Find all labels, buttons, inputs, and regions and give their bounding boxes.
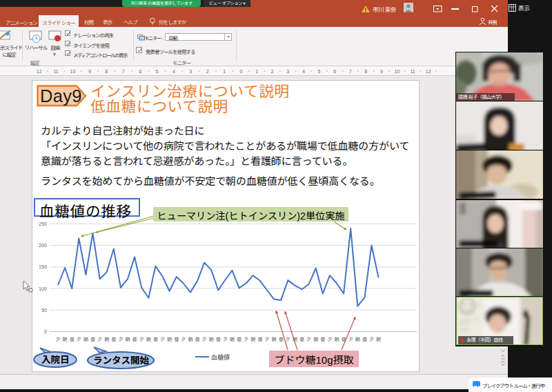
svg-text:150: 150 (39, 264, 47, 270)
svg-text:10: 10 (70, 69, 76, 74)
svg-text:入院日: 入院日 (41, 355, 70, 365)
svg-text:朝: 朝 (126, 337, 130, 342)
svg-text:朝: 朝 (272, 337, 277, 342)
svg-text:4: 4 (172, 69, 175, 74)
svg-text:夕: 夕 (160, 337, 165, 342)
svg-text:8: 8 (105, 69, 108, 74)
svg-text:11: 11 (53, 69, 58, 74)
svg-text:朝: 朝 (230, 337, 235, 342)
svg-text:3: 3 (189, 69, 192, 74)
svg-text:1: 1 (223, 69, 226, 74)
svg-text:0: 0 (240, 69, 243, 74)
svg-text:5: 5 (156, 69, 159, 74)
svg-text:6: 6 (333, 69, 336, 74)
svg-text:昼: 昼 (153, 337, 159, 342)
svg-text:5: 5 (318, 69, 321, 74)
svg-text:夕: 夕 (202, 337, 207, 342)
svg-text:昼: 昼 (320, 337, 326, 342)
svg-text:100: 100 (39, 286, 47, 292)
svg-text:朝: 朝 (83, 337, 88, 342)
svg-text:200: 200 (39, 242, 47, 248)
svg-text:朝: 朝 (335, 337, 339, 342)
svg-text:2: 2 (206, 69, 209, 74)
svg-text:50: 50 (41, 307, 47, 313)
svg-text:7: 7 (349, 69, 352, 74)
svg-text:昼: 昼 (216, 337, 221, 342)
svg-text:昼: 昼 (299, 337, 305, 342)
svg-text:3: 3 (286, 69, 289, 74)
svg-text:8: 8 (364, 69, 367, 74)
svg-text:夕: 夕 (139, 337, 144, 342)
svg-text:夕: 夕 (265, 337, 270, 342)
svg-text:昼: 昼 (90, 337, 96, 342)
svg-text:夕: 夕 (181, 337, 186, 342)
svg-text:夕: 夕 (77, 337, 81, 342)
svg-text:9: 9 (380, 69, 383, 74)
svg-text:昼: 昼 (70, 337, 75, 342)
svg-text:昼: 昼 (257, 337, 263, 342)
svg-text:夕: 夕 (286, 337, 290, 342)
svg-text:9: 9 (88, 69, 91, 74)
svg-text:4: 4 (302, 69, 305, 74)
svg-text:昼: 昼 (195, 337, 201, 342)
svg-text:0: 0 (44, 329, 47, 335)
svg-text:朝: 朝 (376, 337, 381, 342)
svg-text:朝: 朝 (313, 337, 318, 342)
svg-text:夕: 夕 (369, 337, 374, 342)
svg-text:昼: 昼 (237, 337, 242, 342)
svg-text:10: 10 (395, 69, 400, 74)
svg-text:朝: 朝 (209, 337, 214, 342)
svg-text:12: 12 (37, 69, 42, 74)
svg-text:昼: 昼 (362, 337, 368, 342)
svg-text:昼: 昼 (111, 337, 117, 342)
svg-text:朝: 朝 (167, 337, 172, 342)
svg-text:夕: 夕 (97, 337, 102, 342)
svg-text:朝: 朝 (146, 337, 151, 342)
svg-text:朝: 朝 (63, 337, 68, 342)
svg-text:12: 12 (426, 69, 431, 74)
svg-text:夕: 夕 (223, 337, 228, 342)
svg-text:夕: 夕 (244, 337, 248, 342)
svg-text:夕: 夕 (327, 337, 332, 342)
svg-text:2: 2 (271, 69, 274, 74)
svg-text:7: 7 (122, 69, 125, 74)
svg-text:250: 250 (39, 221, 47, 227)
svg-text:1: 1 (255, 69, 258, 74)
svg-text:夕: 夕 (56, 337, 61, 342)
svg-text:6: 6 (139, 69, 141, 74)
svg-text:昼: 昼 (132, 337, 138, 342)
svg-text:朝: 朝 (250, 337, 255, 342)
svg-text:朝: 朝 (355, 337, 360, 342)
svg-text:昼: 昼 (279, 337, 284, 342)
svg-text:朝: 朝 (104, 337, 109, 342)
svg-text:夕: 夕 (306, 337, 311, 342)
svg-text:ランタス開始: ランタス開始 (93, 355, 149, 366)
svg-text:昼: 昼 (174, 337, 179, 342)
svg-text:朝: 朝 (188, 337, 193, 342)
svg-text:夕: 夕 (348, 337, 353, 342)
svg-text:11: 11 (410, 69, 415, 74)
svg-text:夕: 夕 (118, 337, 123, 342)
